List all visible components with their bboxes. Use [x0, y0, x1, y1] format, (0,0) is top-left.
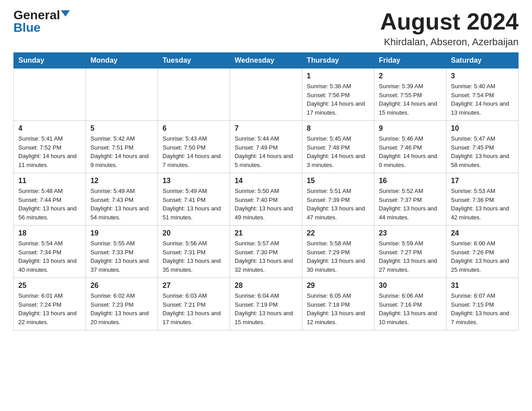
- day-number: 20: [163, 229, 225, 237]
- calendar-cell: 11Sunrise: 5:48 AM Sunset: 7:44 PM Dayli…: [14, 173, 86, 226]
- calendar-week-row: 4Sunrise: 5:41 AM Sunset: 7:52 PM Daylig…: [14, 121, 519, 173]
- day-of-week-header: Wednesday: [230, 53, 302, 68]
- day-info: Sunrise: 5:45 AM Sunset: 7:48 PM Dayligh…: [307, 134, 369, 169]
- calendar-cell: 3Sunrise: 5:40 AM Sunset: 7:54 PM Daylig…: [446, 68, 519, 121]
- calendar-cell: 5Sunrise: 5:42 AM Sunset: 7:51 PM Daylig…: [86, 121, 158, 173]
- day-of-week-header: Tuesday: [158, 53, 230, 68]
- calendar-week-row: 1Sunrise: 5:38 AM Sunset: 7:56 PM Daylig…: [14, 68, 519, 121]
- day-number: 14: [235, 177, 297, 185]
- calendar-cell: 30Sunrise: 6:06 AM Sunset: 7:16 PM Dayli…: [374, 278, 446, 330]
- day-number: 9: [379, 124, 442, 133]
- day-number: 6: [163, 124, 225, 133]
- day-info: Sunrise: 6:05 AM Sunset: 7:18 PM Dayligh…: [307, 291, 369, 326]
- calendar-cell: 12Sunrise: 5:49 AM Sunset: 7:43 PM Dayli…: [86, 173, 158, 226]
- calendar-cell: 10Sunrise: 5:47 AM Sunset: 7:45 PM Dayli…: [446, 121, 519, 173]
- day-number: 10: [451, 124, 514, 133]
- day-number: 5: [90, 124, 153, 133]
- calendar-body: 1Sunrise: 5:38 AM Sunset: 7:56 PM Daylig…: [14, 68, 519, 330]
- calendar-cell: 27Sunrise: 6:03 AM Sunset: 7:21 PM Dayli…: [158, 278, 230, 330]
- day-info: Sunrise: 6:06 AM Sunset: 7:16 PM Dayligh…: [379, 291, 442, 326]
- calendar-cell: 23Sunrise: 5:59 AM Sunset: 7:27 PM Dayli…: [374, 226, 446, 278]
- calendar-table: SundayMondayTuesdayWednesdayThursdayFrid…: [13, 52, 519, 330]
- day-number: 19: [90, 229, 153, 237]
- calendar-cell: 17Sunrise: 5:53 AM Sunset: 7:36 PM Dayli…: [446, 173, 519, 226]
- month-year-title: August 2024: [380, 9, 519, 34]
- day-number: 30: [379, 282, 442, 290]
- day-of-week-header: Saturday: [446, 53, 519, 68]
- day-info: Sunrise: 5:50 AM Sunset: 7:40 PM Dayligh…: [235, 187, 297, 222]
- logo: General Blue: [13, 9, 70, 34]
- day-info: Sunrise: 6:07 AM Sunset: 7:15 PM Dayligh…: [451, 291, 514, 326]
- day-number: 26: [90, 282, 153, 290]
- day-info: Sunrise: 5:44 AM Sunset: 7:49 PM Dayligh…: [235, 134, 297, 169]
- calendar-cell: 29Sunrise: 6:05 AM Sunset: 7:18 PM Dayli…: [302, 278, 374, 330]
- logo-blue-text: Blue: [13, 21, 41, 34]
- calendar-cell: [158, 68, 230, 121]
- calendar-week-row: 11Sunrise: 5:48 AM Sunset: 7:44 PM Dayli…: [14, 173, 519, 226]
- day-of-week-header: Thursday: [302, 53, 374, 68]
- day-info: Sunrise: 5:43 AM Sunset: 7:50 PM Dayligh…: [163, 134, 225, 169]
- day-info: Sunrise: 6:02 AM Sunset: 7:23 PM Dayligh…: [90, 291, 153, 326]
- calendar-cell: [14, 68, 86, 121]
- day-number: 29: [307, 282, 369, 290]
- calendar-cell: 7Sunrise: 5:44 AM Sunset: 7:49 PM Daylig…: [230, 121, 302, 173]
- day-of-week-header: Sunday: [14, 53, 86, 68]
- day-number: 1: [307, 72, 369, 80]
- day-info: Sunrise: 5:40 AM Sunset: 7:54 PM Dayligh…: [451, 82, 514, 117]
- day-number: 22: [307, 229, 369, 237]
- day-number: 7: [235, 124, 297, 133]
- calendar-cell: 19Sunrise: 5:55 AM Sunset: 7:33 PM Dayli…: [86, 226, 158, 278]
- calendar-cell: 25Sunrise: 6:01 AM Sunset: 7:24 PM Dayli…: [14, 278, 86, 330]
- calendar-cell: 2Sunrise: 5:39 AM Sunset: 7:55 PM Daylig…: [374, 68, 446, 121]
- day-info: Sunrise: 5:56 AM Sunset: 7:31 PM Dayligh…: [163, 239, 225, 274]
- day-info: Sunrise: 5:47 AM Sunset: 7:45 PM Dayligh…: [451, 134, 514, 169]
- day-number: 11: [18, 177, 81, 185]
- day-number: 23: [379, 229, 442, 237]
- day-number: 2: [379, 72, 442, 80]
- logo-general-text: General: [13, 9, 60, 21]
- day-number: 17: [451, 177, 514, 185]
- calendar-cell: 15Sunrise: 5:51 AM Sunset: 7:39 PM Dayli…: [302, 173, 374, 226]
- page-header: General Blue August 2024 Khirdalan, Abse…: [13, 9, 519, 48]
- day-info: Sunrise: 5:58 AM Sunset: 7:29 PM Dayligh…: [307, 239, 369, 274]
- calendar-cell: 20Sunrise: 5:56 AM Sunset: 7:31 PM Dayli…: [158, 226, 230, 278]
- calendar-week-row: 18Sunrise: 5:54 AM Sunset: 7:34 PM Dayli…: [14, 226, 519, 278]
- calendar-cell: 31Sunrise: 6:07 AM Sunset: 7:15 PM Dayli…: [446, 278, 519, 330]
- day-of-week-header: Monday: [86, 53, 158, 68]
- calendar-cell: 4Sunrise: 5:41 AM Sunset: 7:52 PM Daylig…: [14, 121, 86, 173]
- day-info: Sunrise: 6:04 AM Sunset: 7:19 PM Dayligh…: [235, 291, 297, 326]
- day-info: Sunrise: 5:41 AM Sunset: 7:52 PM Dayligh…: [18, 134, 81, 169]
- day-info: Sunrise: 5:49 AM Sunset: 7:41 PM Dayligh…: [163, 187, 225, 222]
- calendar-cell: 16Sunrise: 5:52 AM Sunset: 7:37 PM Dayli…: [374, 173, 446, 226]
- calendar-cell: 24Sunrise: 6:00 AM Sunset: 7:26 PM Dayli…: [446, 226, 519, 278]
- day-info: Sunrise: 5:54 AM Sunset: 7:34 PM Dayligh…: [18, 239, 81, 274]
- calendar-cell: 22Sunrise: 5:58 AM Sunset: 7:29 PM Dayli…: [302, 226, 374, 278]
- calendar-cell: 28Sunrise: 6:04 AM Sunset: 7:19 PM Dayli…: [230, 278, 302, 330]
- day-number: 12: [90, 177, 153, 185]
- day-info: Sunrise: 6:01 AM Sunset: 7:24 PM Dayligh…: [18, 291, 81, 326]
- day-number: 4: [18, 124, 81, 133]
- day-number: 16: [379, 177, 442, 185]
- day-info: Sunrise: 6:00 AM Sunset: 7:26 PM Dayligh…: [451, 239, 514, 274]
- calendar-cell: 8Sunrise: 5:45 AM Sunset: 7:48 PM Daylig…: [302, 121, 374, 173]
- day-info: Sunrise: 5:52 AM Sunset: 7:37 PM Dayligh…: [379, 187, 442, 222]
- location-subtitle: Khirdalan, Abseron, Azerbaijan: [380, 36, 519, 48]
- calendar-cell: 26Sunrise: 6:02 AM Sunset: 7:23 PM Dayli…: [86, 278, 158, 330]
- calendar-cell: 18Sunrise: 5:54 AM Sunset: 7:34 PM Dayli…: [14, 226, 86, 278]
- day-number: 24: [451, 229, 514, 237]
- day-info: Sunrise: 5:49 AM Sunset: 7:43 PM Dayligh…: [90, 187, 153, 222]
- calendar-cell: [86, 68, 158, 121]
- day-number: 18: [18, 229, 81, 237]
- calendar-cell: 6Sunrise: 5:43 AM Sunset: 7:50 PM Daylig…: [158, 121, 230, 173]
- calendar-cell: 9Sunrise: 5:46 AM Sunset: 7:46 PM Daylig…: [374, 121, 446, 173]
- day-info: Sunrise: 5:59 AM Sunset: 7:27 PM Dayligh…: [379, 239, 442, 274]
- day-number: 8: [307, 124, 369, 133]
- calendar-cell: [230, 68, 302, 121]
- calendar-cell: 1Sunrise: 5:38 AM Sunset: 7:56 PM Daylig…: [302, 68, 374, 121]
- day-info: Sunrise: 5:55 AM Sunset: 7:33 PM Dayligh…: [90, 239, 153, 274]
- day-number: 25: [18, 282, 81, 290]
- calendar-cell: 14Sunrise: 5:50 AM Sunset: 7:40 PM Dayli…: [230, 173, 302, 226]
- day-number: 13: [163, 177, 225, 185]
- day-number: 3: [451, 72, 514, 80]
- day-number: 21: [235, 229, 297, 237]
